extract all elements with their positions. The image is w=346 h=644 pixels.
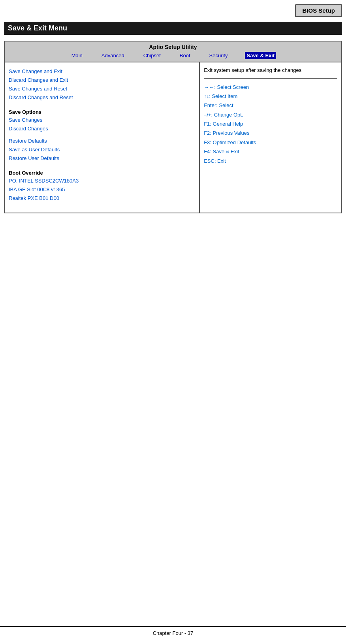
page-title: Save & Exit Menu [4, 22, 342, 35]
bios-nav-bar: Aptio Setup Utility Main Advanced Chipse… [5, 41, 341, 62]
bios-setup-tab: BIOS Setup [295, 4, 342, 17]
nav-item-chipset[interactable]: Chipset [142, 52, 162, 59]
menu-item-boot-iba[interactable]: IBA GE Slot 00C8 v1365 [9, 185, 195, 194]
shortcut-select-item: ↑↓: Select Item [204, 92, 337, 101]
menu-item-discard-changes-reset[interactable]: Discard Changes and Reset [9, 93, 195, 102]
page-footer: Chapter Four - 37 [0, 626, 346, 636]
menu-item-restore-user-defaults[interactable]: Restore User Defaults [9, 154, 195, 163]
shortcut-select-screen: →←: Select Screen [204, 83, 337, 92]
shortcuts-list: →←: Select Screen ↑↓: Select Item Enter:… [204, 83, 337, 166]
menu-item-discard-changes-exit[interactable]: Discard Changes and Exit [9, 76, 195, 85]
nav-items: Main Advanced Chipset Boot Security Save… [5, 52, 341, 59]
menu-item-save-user-defaults[interactable]: Save as User Defaults [9, 145, 195, 154]
menu-item-boot-realtek[interactable]: Realtek PXE B01 D00 [9, 194, 195, 203]
shortcut-enter: Enter: Select [204, 101, 337, 110]
menu-item-save-changes-reset[interactable]: Save Changes and Reset [9, 85, 195, 93]
shortcut-f4: F4: Save & Exit [204, 147, 337, 156]
menu-item-discard-changes[interactable]: Discard Changes [9, 124, 195, 133]
bios-content-area: Save Changes and Exit Discard Changes an… [5, 62, 341, 213]
nav-item-security[interactable]: Security [208, 52, 229, 59]
spacer-1 [9, 102, 195, 105]
menu-item-save-changes[interactable]: Save Changes [9, 116, 195, 124]
shortcut-esc: ESC: Exit [204, 156, 337, 166]
bios-utility-container: Aptio Setup Utility Main Advanced Chipse… [4, 41, 342, 213]
spacer-3 [9, 163, 195, 166]
shortcut-f2: F2: Previous Values [204, 128, 337, 137]
menu-item-boot-intel[interactable]: PO: INTEL SSDSC2CW180A3 [9, 177, 195, 185]
save-options-label: Save Options [9, 109, 195, 115]
spacer-2 [9, 134, 195, 137]
boot-override-label: Boot Override [9, 170, 195, 176]
bios-right-panel: Exit system setup after saving the chang… [200, 62, 341, 213]
nav-item-save-exit[interactable]: Save & Exit [245, 52, 276, 59]
bios-left-panel: Save Changes and Exit Discard Changes an… [5, 62, 200, 213]
shortcut-f3: F3: Optimized Defaults [204, 138, 337, 147]
nav-title: Aptio Setup Utility [5, 44, 341, 50]
menu-item-save-changes-exit[interactable]: Save Changes and Exit [9, 67, 195, 76]
help-text: Exit system setup after saving the chang… [204, 66, 337, 79]
shortcut-change-opt: –/+: Change Opt. [204, 110, 337, 119]
shortcut-f1: F1: General Help [204, 119, 337, 128]
menu-item-restore-defaults[interactable]: Restore Defaults [9, 137, 195, 145]
nav-item-boot[interactable]: Boot [178, 52, 192, 59]
nav-item-main[interactable]: Main [70, 52, 84, 59]
nav-item-advanced[interactable]: Advanced [100, 52, 126, 59]
